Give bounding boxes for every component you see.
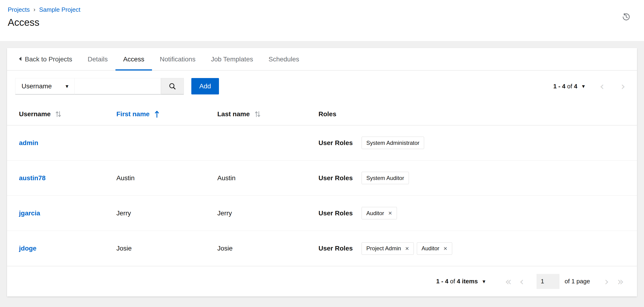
first-name-cell: Jerry — [116, 209, 217, 217]
search-icon — [168, 82, 176, 90]
tab-schedules[interactable]: Schedules — [261, 48, 307, 70]
role-chip: System Administrator — [362, 137, 424, 149]
first-name-cell: Austin — [116, 174, 217, 182]
tab-access[interactable]: Access — [116, 48, 152, 70]
search-button[interactable] — [161, 78, 184, 94]
last-name-cell: Austin — [217, 174, 318, 182]
column-header-username-label: Username — [19, 110, 50, 118]
page-root: Projects › Sample Project Access Back to… — [0, 0, 644, 307]
filter-type-dropdown[interactable]: Username ▾ — [15, 78, 75, 94]
pagination-top: 1 - 4 of 4 ▾ ‹ › — [553, 81, 625, 92]
breadcrumb-link-projects[interactable]: Projects — [8, 6, 30, 13]
column-header-last-name[interactable]: Last name — [217, 110, 318, 119]
table-row: jdoge Josie Josie User Roles Project Adm… — [7, 231, 637, 266]
user-roles-label: User Roles — [318, 209, 353, 217]
roles-cell: User Roles Project Admin✕ Auditor✕ — [318, 242, 637, 255]
pagination-bottom-range-numbers: 1 - 4 — [436, 278, 448, 285]
chip-remove-icon[interactable]: ✕ — [388, 211, 392, 216]
page-title: Access — [8, 17, 644, 28]
chip-remove-icon[interactable]: ✕ — [405, 246, 409, 251]
pagination-top-total: 4 — [574, 83, 577, 90]
caret-down-icon: ▾ — [482, 278, 485, 284]
caret-down-icon: ▾ — [582, 83, 585, 89]
role-chip: System Auditor — [362, 172, 409, 184]
role-chip-group: System Auditor — [362, 172, 409, 184]
next-page-icon[interactable]: › — [604, 276, 609, 287]
pagination-bottom-total: 4 items — [457, 278, 478, 285]
last-name-cell: Josie — [217, 245, 318, 252]
username-cell: jgarcia — [7, 209, 116, 217]
pagination-top-of: of — [567, 83, 572, 90]
history-icon[interactable] — [622, 13, 630, 21]
column-header-last-name-label: Last name — [217, 110, 250, 118]
user-link[interactable]: jdoge — [19, 245, 36, 252]
user-roles-label: User Roles — [318, 174, 353, 182]
roles-cell: User Roles Auditor✕ — [318, 207, 637, 219]
pagination-bottom-of: of — [450, 278, 455, 285]
pagination-bottom-range: 1 - 4 of 4 items — [436, 278, 478, 285]
last-page-icon[interactable]: » — [617, 276, 624, 287]
breadcrumb-link-sample-project[interactable]: Sample Project — [39, 6, 80, 13]
table-row: jgarcia Jerry Jerry User Roles Auditor✕ — [7, 196, 637, 231]
sort-asc-icon[interactable] — [154, 110, 160, 119]
table-header-row: Username First name — [7, 103, 637, 125]
last-name-cell: Jerry — [217, 209, 318, 217]
role-chip: Auditor✕ — [417, 242, 452, 255]
current-page-input[interactable] — [536, 274, 560, 289]
pagination-top-menu-toggle[interactable]: ▾ — [582, 83, 585, 90]
pagination-top-range-numbers: 1 - 4 — [553, 83, 565, 90]
column-header-roles: Roles — [318, 110, 637, 118]
user-roles-label: User Roles — [318, 245, 353, 252]
sort-icon[interactable] — [254, 110, 261, 119]
username-cell: admin — [7, 139, 116, 147]
role-chip: Auditor✕ — [362, 207, 397, 219]
role-chip: Project Admin✕ — [362, 242, 414, 255]
role-chip-label: Auditor — [422, 245, 439, 252]
role-chip-group: Project Admin✕ Auditor✕ — [362, 242, 452, 255]
table-row: admin User Roles System Administrator — [7, 125, 637, 161]
toolbar: Username ▾ Add 1 - 4 of 4 ▾ ‹ › — [7, 71, 637, 103]
user-link[interactable]: jgarcia — [19, 209, 40, 217]
username-cell: austin78 — [7, 174, 116, 182]
column-header-roles-label: Roles — [318, 110, 336, 118]
tab-details[interactable]: Details — [80, 48, 116, 70]
role-chip-label: System Auditor — [366, 175, 404, 181]
sort-icon[interactable] — [55, 110, 61, 119]
role-chip-label: Auditor — [366, 210, 384, 216]
breadcrumb-separator-icon: › — [34, 6, 35, 13]
page-count-label: of 1 page — [564, 278, 590, 285]
user-link[interactable]: admin — [19, 139, 38, 146]
next-page-icon[interactable]: › — [621, 81, 625, 92]
column-header-username[interactable]: Username — [7, 110, 116, 119]
first-name-cell: Josie — [116, 245, 217, 252]
angle-left-icon — [18, 56, 22, 63]
table-row: austin78 Austin Austin User Roles System… — [7, 161, 637, 196]
caret-down-icon: ▾ — [66, 83, 68, 89]
username-cell: jdoge — [7, 245, 116, 252]
tab-back-to-projects[interactable]: Back to Projects — [7, 48, 80, 70]
role-chip-group: System Administrator — [362, 137, 424, 149]
roles-cell: User Roles System Administrator — [318, 137, 637, 149]
pagination-bottom-menu-toggle[interactable]: ▾ — [482, 278, 485, 285]
tab-notifications[interactable]: Notifications — [152, 48, 203, 70]
page-header: Projects › Sample Project Access — [0, 0, 644, 41]
tab-job-templates[interactable]: Job Templates — [203, 48, 261, 70]
role-chip-label: Project Admin — [366, 245, 401, 252]
role-chip-group: Auditor✕ — [362, 207, 397, 219]
prev-page-icon[interactable]: ‹ — [600, 81, 604, 92]
tab-bar: Back to Projects Details Access Notifica… — [7, 48, 637, 71]
pagination-bottom: 1 - 4 of 4 items ▾ « ‹ of 1 page › » — [7, 266, 637, 296]
access-card: Back to Projects Details Access Notifica… — [7, 48, 637, 296]
tab-back-label: Back to Projects — [25, 56, 72, 63]
chip-remove-icon[interactable]: ✕ — [443, 246, 448, 251]
role-chip-label: System Administrator — [366, 140, 420, 146]
column-header-first-name[interactable]: First name — [116, 110, 217, 119]
breadcrumb: Projects › Sample Project — [8, 6, 644, 13]
user-link[interactable]: austin78 — [19, 174, 46, 182]
filter-type-selected: Username — [22, 83, 52, 90]
column-header-first-name-label: First name — [116, 110, 150, 118]
search-input[interactable] — [75, 78, 161, 94]
first-page-icon[interactable]: « — [505, 276, 512, 287]
add-button[interactable]: Add — [191, 78, 219, 94]
prev-page-icon[interactable]: ‹ — [520, 276, 524, 287]
